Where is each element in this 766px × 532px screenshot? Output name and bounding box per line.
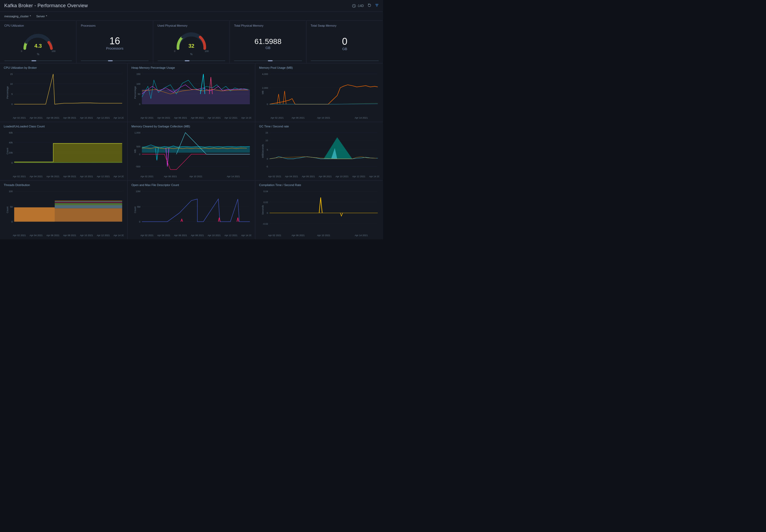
svg-text:Apr 10 2021: Apr 10 2021 bbox=[317, 116, 330, 119]
svg-text:Apr 10 2021: Apr 10 2021 bbox=[189, 175, 202, 178]
chart-mem-pool-title: Memory Pool Usage (MB) bbox=[259, 66, 379, 69]
svg-text:Apr 14 2021: Apr 14 2021 bbox=[355, 116, 368, 119]
svg-marker-107 bbox=[55, 203, 122, 205]
refresh-icon[interactable] bbox=[368, 3, 371, 8]
svg-text:50: 50 bbox=[138, 93, 140, 95]
svg-text:Apr 04 2021: Apr 04 2021 bbox=[30, 175, 43, 178]
time-range-icon[interactable]: -14D bbox=[352, 4, 364, 8]
svg-text:Count: Count bbox=[134, 207, 136, 213]
summary-row: CPU Utilization 4.3 0 100 % bbox=[0, 21, 383, 63]
svg-text:Count: Count bbox=[6, 148, 9, 154]
svg-text:20k: 20k bbox=[9, 151, 13, 154]
svg-marker-106 bbox=[55, 205, 122, 208]
svg-text:32: 32 bbox=[188, 43, 194, 49]
svg-text:Apr 02 2021: Apr 02 2021 bbox=[13, 234, 26, 237]
total-mem-value-area: 61.5988 GB bbox=[234, 28, 302, 59]
svg-text:Apr 06 2021: Apr 06 2021 bbox=[174, 234, 187, 237]
svg-text:Apr 02 2021: Apr 02 2021 bbox=[140, 175, 154, 178]
svg-text:Apr 14 2021: Apr 14 2021 bbox=[369, 175, 379, 178]
svg-text:0: 0 bbox=[11, 220, 13, 223]
svg-text:Apr 06 2021: Apr 06 2021 bbox=[302, 175, 315, 178]
svg-text:Apr 12 2021: Apr 12 2021 bbox=[224, 234, 237, 237]
chart-compile-time-title: Compilation Time / Second Rate bbox=[259, 183, 379, 187]
svg-text:Apr 08 2021: Apr 08 2021 bbox=[319, 175, 332, 178]
svg-text:0: 0 bbox=[267, 212, 268, 214]
svg-text:40k: 40k bbox=[9, 141, 13, 144]
header-controls: -14D bbox=[352, 3, 379, 8]
svg-text:4.3: 4.3 bbox=[34, 43, 42, 49]
chart-threads-title: Threads Distribution bbox=[4, 183, 124, 187]
svg-text:-500: -500 bbox=[136, 165, 140, 168]
svg-text:MB: MB bbox=[134, 149, 136, 153]
svg-text:5: 5 bbox=[267, 148, 268, 151]
filter-messaging-cluster[interactable]: messaging_cluster * bbox=[4, 15, 31, 18]
summary-swap-memory: Total Swap Memory 0 GB bbox=[307, 21, 383, 63]
chart-mem-pool-area: 4,000 2,000 0 MB Apr 02 2021 Apr 06 2021… bbox=[259, 71, 379, 120]
used-mem-gauge: 32 0 100 % bbox=[158, 28, 225, 58]
svg-text:10: 10 bbox=[10, 83, 13, 85]
svg-text:Apr 14 2021: Apr 14 2021 bbox=[114, 116, 124, 119]
svg-text:Apr 04 2021: Apr 04 2021 bbox=[30, 116, 43, 119]
svg-text:0: 0 bbox=[139, 220, 140, 223]
svg-text:Apr 08 2021: Apr 08 2021 bbox=[191, 234, 204, 237]
filter-icon[interactable] bbox=[375, 3, 379, 8]
svg-marker-111 bbox=[14, 207, 55, 221]
svg-text:Apr 06 2021: Apr 06 2021 bbox=[46, 234, 59, 237]
svg-text:Apr 14 2021: Apr 14 2021 bbox=[114, 234, 124, 237]
svg-text:Apr 14 2021: Apr 14 2021 bbox=[114, 175, 124, 178]
svg-text:Apr 10 2021: Apr 10 2021 bbox=[336, 175, 349, 178]
svg-text:0.02: 0.02 bbox=[263, 201, 268, 204]
svg-text:MB: MB bbox=[261, 91, 264, 94]
svg-text:Apr 10 2021: Apr 10 2021 bbox=[208, 234, 221, 237]
svg-text:0: 0 bbox=[11, 162, 13, 164]
chart-compile-time: Compilation Time / Second Rate 0.04 0.02… bbox=[255, 181, 383, 239]
svg-text:Apr 08 2021: Apr 08 2021 bbox=[63, 234, 76, 237]
swap-mem-value: 0 bbox=[342, 37, 347, 46]
chart-heap-title: Heap Memory Percentage Usage bbox=[131, 66, 251, 69]
svg-text:Seconds: Seconds bbox=[261, 205, 264, 215]
chart-gc-time-area: 15 10 5 0 -5 MilliSeconds Apr 02 2021 Ap… bbox=[259, 130, 379, 179]
svg-text:Apr 04 2021: Apr 04 2021 bbox=[285, 175, 298, 178]
svg-text:0: 0 bbox=[267, 103, 268, 106]
svg-marker-89 bbox=[324, 137, 352, 159]
svg-text:5: 5 bbox=[11, 93, 13, 95]
chart-heap-area: 150 100 50 0 Percentage Apr 02 2021 Apr … bbox=[131, 71, 251, 120]
svg-text:15: 15 bbox=[10, 73, 13, 75]
total-mem-sub: GB bbox=[265, 46, 271, 50]
svg-text:Apr 10 2021: Apr 10 2021 bbox=[317, 234, 330, 237]
svg-text:4,000: 4,000 bbox=[262, 73, 268, 75]
chart-file-desc-title: Open and Max File Descriptor Count bbox=[131, 183, 251, 187]
summary-processors: Processors 16 Processors bbox=[76, 21, 153, 63]
svg-text:10: 10 bbox=[265, 139, 268, 142]
svg-text:2,000: 2,000 bbox=[262, 87, 268, 89]
svg-text:100: 100 bbox=[136, 83, 140, 85]
chart-gc-time: GC Time / Second rate 15 10 5 0 -5 Milli… bbox=[255, 122, 383, 181]
used-mem-label: Used Physical Memory bbox=[158, 24, 225, 27]
charts-row2: Loaded/UnLoaded Class Count 60k 40k 20k … bbox=[0, 122, 383, 181]
chart-cpu-broker: CPU Utilization by Broker 15 10 5 0 Perc… bbox=[0, 63, 128, 122]
svg-text:Apr 10 2021: Apr 10 2021 bbox=[80, 175, 93, 178]
chart-cpu-broker-title: CPU Utilization by Broker bbox=[4, 66, 124, 69]
svg-text:Apr 14 2021: Apr 14 2021 bbox=[227, 175, 240, 178]
svg-text:Apr 12 2021: Apr 12 2021 bbox=[97, 175, 110, 178]
svg-text:Apr 04 2021: Apr 04 2021 bbox=[157, 116, 170, 119]
cpu-util-gauge: 4.3 0 100 % bbox=[4, 28, 72, 58]
svg-text:50: 50 bbox=[10, 205, 13, 208]
filter-server[interactable]: Server * bbox=[36, 15, 47, 18]
processors-sub: Processors bbox=[106, 46, 123, 50]
svg-text:1,000: 1,000 bbox=[134, 131, 140, 134]
svg-text:Apr 08 2021: Apr 08 2021 bbox=[191, 116, 204, 119]
svg-text:-0.02: -0.02 bbox=[263, 223, 268, 225]
processors-value-area: 16 Processors bbox=[81, 28, 148, 58]
page-header: Kafka Broker - Performance Overview -14D bbox=[0, 0, 383, 12]
chart-gc-cleared-area: 1,000 500 0 -500 MB Apr 02 2021 Apr 06 2… bbox=[131, 130, 251, 179]
chart-class-count-title: Loaded/UnLoaded Class Count bbox=[4, 125, 124, 128]
svg-text:Apr 14 2021: Apr 14 2021 bbox=[241, 116, 251, 119]
svg-text:Apr 10 2021: Apr 10 2021 bbox=[208, 116, 221, 119]
chart-cpu-broker-area: 15 10 5 0 Percentage Apr 02 2021 Apr 04 … bbox=[4, 71, 124, 120]
chart-mem-pool: Memory Pool Usage (MB) 4,000 2,000 0 MB … bbox=[255, 63, 383, 122]
chart-gc-cleared: Memory Cleared by Garbage Collection (MB… bbox=[128, 122, 255, 181]
svg-text:500: 500 bbox=[136, 145, 140, 148]
svg-text:Apr 12 2021: Apr 12 2021 bbox=[97, 234, 110, 237]
chart-heap-memory: Heap Memory Percentage Usage 150 100 50 … bbox=[128, 63, 255, 122]
